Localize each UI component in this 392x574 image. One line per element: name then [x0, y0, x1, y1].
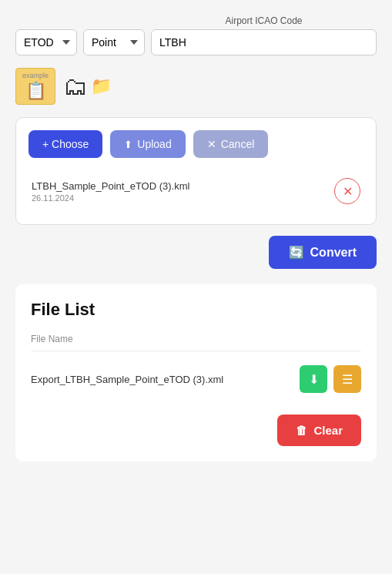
file-date: 26.11.2024 [32, 193, 189, 203]
dropdown2-group: Point Line Area [83, 29, 145, 55]
folder-files-icon: 📁 [91, 76, 112, 96]
file-info: LTBH_Sample_Point_eTOD (3).kml 26.11.202… [32, 180, 189, 203]
cancel-icon: ✕ [207, 138, 216, 150]
upload-buttons: + Choose ⬆ ⬆ Upload Upload ✕ Cancel [28, 130, 364, 158]
file-list-section: File List File Name Export_LTBH_Sample_P… [15, 284, 377, 462]
file-list-row: Export_LTBH_Sample_Point_eTOD (3).xml ⬇ … [31, 357, 361, 401]
download-icon: ⬇ [309, 372, 319, 387]
convert-icon: 🔄 [289, 245, 304, 260]
upload-button[interactable]: ⬆ ⬆ Upload Upload [110, 130, 185, 158]
file-list-column-header: File Name [31, 334, 361, 351]
choose-button[interactable]: + Choose [28, 130, 102, 158]
convert-row: 🔄 Convert [15, 236, 377, 269]
upload-icon: ⬆ [124, 139, 132, 150]
convert-label: Convert [310, 246, 357, 260]
file-item: LTBH_Sample_Point_eTOD (3).kml 26.11.202… [28, 170, 364, 212]
download-button[interactable]: ⬇ [300, 365, 327, 393]
remove-file-button[interactable]: ✕ [334, 178, 360, 204]
file-list-actions: ⬇ ☰ [300, 365, 361, 393]
menu-icon: ☰ [342, 372, 353, 387]
clear-row: 🗑 Clear [31, 415, 361, 446]
top-row: ETOD ETOE ETOF Point Line Area Airport I… [15, 15, 377, 55]
icao-input-group: Airport ICAO Code [151, 15, 377, 55]
icao-input[interactable] [151, 29, 377, 55]
trash-icon: 🗑 [296, 424, 307, 437]
dropdown2-select[interactable]: Point Line Area [83, 29, 145, 55]
file-name: LTBH_Sample_Point_eTOD (3).kml [32, 180, 189, 192]
file-list-title: File List [31, 300, 361, 320]
dropdown1-select[interactable]: ETOD ETOE ETOF [15, 29, 77, 55]
clear-button[interactable]: 🗑 Clear [277, 415, 361, 446]
folder-cluster-icon: 🗂 📁 [63, 72, 112, 101]
icons-row: example 📋 🗂 📁 [15, 68, 377, 105]
convert-button[interactable]: 🔄 Convert [269, 236, 377, 269]
menu-button[interactable]: ☰ [333, 365, 361, 393]
upload-box: + Choose ⬆ ⬆ Upload Upload ✕ Cancel LTBH… [15, 117, 377, 225]
exported-file-name: Export_LTBH_Sample_Point_eTOD (3).xml [31, 374, 223, 385]
example-icon: example 📋 [15, 68, 55, 105]
dropdown1-group: ETOD ETOE ETOF [15, 29, 77, 55]
folder-icon: 🗂 [63, 72, 88, 101]
airport-label: Airport ICAO Code [151, 15, 377, 26]
clear-label: Clear [313, 424, 343, 437]
cancel-button[interactable]: ✕ Cancel [193, 130, 269, 158]
